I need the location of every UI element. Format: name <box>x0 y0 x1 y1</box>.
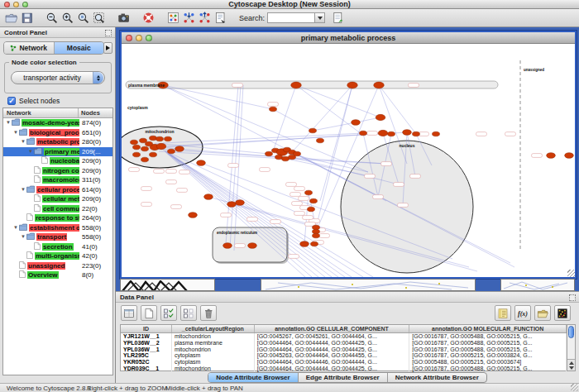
annotation-icon[interactable] <box>213 10 228 26</box>
zoom-fit-icon[interactable] <box>91 10 107 26</box>
table-column-header[interactable]: annotation.GO MOLECULAR_FUNCTION <box>409 325 567 332</box>
tree-column-nodes[interactable]: Nodes <box>79 108 112 117</box>
network-node[interactable] <box>374 82 385 88</box>
network-node[interactable] <box>403 130 412 136</box>
zoom-in-icon[interactable] <box>60 10 75 26</box>
network-view-zoom-button[interactable] <box>146 35 152 41</box>
tree-row[interactable]: ▼mosaic-demo-yeast874(0) <box>3 118 112 128</box>
network-node[interactable] <box>300 241 309 247</box>
search-input[interactable] <box>267 12 315 23</box>
disclosure-triangle-icon[interactable]: ▼ <box>21 185 26 194</box>
tab-mosaic[interactable]: Mosaic <box>55 42 104 54</box>
network-node[interactable] <box>547 153 556 159</box>
network-node[interactable] <box>141 146 149 151</box>
import-folder-icon[interactable] <box>534 305 551 321</box>
tab-overflow-button[interactable] <box>103 42 112 54</box>
disclosure-triangle-icon[interactable]: ▼ <box>21 232 26 241</box>
tree-row[interactable]: secretion41(0) <box>3 242 112 252</box>
tree-row[interactable]: cellular metabo209(0) <box>3 194 112 204</box>
table-row[interactable]: YPL036W__1mitochondrion[GO:0044464, GO:0… <box>121 347 567 353</box>
network-node[interactable] <box>317 138 324 143</box>
network-node[interactable] <box>189 213 198 218</box>
network-view-resize-grip[interactable] <box>567 270 575 277</box>
network-node[interactable] <box>294 151 301 156</box>
zoom-selected-icon[interactable] <box>75 10 91 26</box>
matrix-icon[interactable] <box>554 305 571 321</box>
tree-row[interactable]: nitrogen compo209(0) <box>3 166 112 176</box>
network-view-titlebar[interactable]: primary metabolic process <box>122 32 575 44</box>
float-panel-icon[interactable] <box>105 30 112 36</box>
network-node[interactable] <box>305 190 313 195</box>
network-node[interactable] <box>150 136 157 141</box>
tab-network[interactable]: Network <box>4 42 55 54</box>
table-row[interactable]: YLR295Ccytoplasm[GO:0045263, GO:0044464,… <box>121 352 567 359</box>
network-node[interactable] <box>131 140 138 145</box>
network-node[interactable] <box>291 82 302 88</box>
function-builder-icon[interactable]: f(x) <box>514 305 531 321</box>
tab-network-attribute-browser[interactable]: Network Attribute Browser <box>388 373 486 382</box>
notes-icon[interactable] <box>495 305 511 321</box>
disclosure-triangle-icon[interactable]: ▼ <box>6 118 12 127</box>
network-view-close-button[interactable] <box>126 35 132 41</box>
tree-row[interactable]: ▼establishment of lo558(0) <box>3 223 112 233</box>
network-node[interactable] <box>388 131 395 136</box>
table-column-header[interactable]: annotation.GO CELLULAR_COMPONENT <box>255 325 410 332</box>
table-row[interactable]: YJR121W__1mitochondrion[GO:0045267, GO:0… <box>121 333 567 340</box>
network-node[interactable] <box>413 131 420 136</box>
tree-row[interactable]: cell communicat22(0) <box>3 204 112 214</box>
import-network-icon[interactable] <box>181 10 197 26</box>
network-node[interactable] <box>141 157 149 162</box>
background-window-fragment[interactable] <box>120 279 215 291</box>
help-icon[interactable] <box>141 10 156 26</box>
network-node[interactable] <box>133 145 141 150</box>
unselect-all-attributes-icon[interactable] <box>180 305 197 321</box>
disclosure-triangle-icon[interactable]: ▼ <box>21 137 26 146</box>
network-node[interactable] <box>313 233 320 238</box>
background-window-fragment[interactable] <box>261 279 476 291</box>
disclosure-triangle-icon[interactable]: ▼ <box>28 147 34 156</box>
window-resize-grip[interactable] <box>571 384 578 391</box>
zoom-out-icon[interactable] <box>44 10 60 26</box>
new-attribute-icon[interactable] <box>141 305 157 321</box>
network-node[interactable] <box>156 136 164 141</box>
network-node[interactable] <box>282 156 290 161</box>
network-node[interactable] <box>352 120 361 126</box>
network-node[interactable] <box>310 198 318 203</box>
select-nodes-checkbox[interactable]: ✓ <box>7 97 16 105</box>
network-node[interactable] <box>204 194 213 200</box>
network-node[interactable] <box>227 202 237 208</box>
network-canvas[interactable]: plasma membranecytoplasmmitochondrionnuc… <box>122 44 575 277</box>
disclosure-triangle-icon[interactable]: ▼ <box>13 128 19 137</box>
tab-node-attribute-browser[interactable]: Node Attribute Browser <box>208 373 299 382</box>
network-node[interactable] <box>308 207 315 212</box>
network-node[interactable] <box>376 114 385 120</box>
network-node[interactable] <box>223 243 232 249</box>
network-node[interactable] <box>270 107 277 112</box>
float-panel-icon[interactable] <box>569 294 576 301</box>
open-folder-icon[interactable] <box>3 10 19 26</box>
tree-row[interactable]: unassigned223(0) <box>3 261 112 271</box>
save-icon[interactable] <box>19 10 35 26</box>
network-node[interactable] <box>165 136 172 141</box>
tree-row[interactable]: response to stimulu264(0) <box>3 213 112 223</box>
tab-edge-attribute-browser[interactable]: Edge Attribute Browser <box>299 373 388 382</box>
table-column-header[interactable]: ID <box>121 325 172 332</box>
compartment-plasma-membrane[interactable] <box>126 81 498 88</box>
network-node[interactable] <box>150 152 157 157</box>
layout-icon[interactable] <box>165 10 181 26</box>
network-node[interactable] <box>175 146 184 152</box>
network-node[interactable] <box>360 131 367 136</box>
network-node[interactable] <box>275 155 283 160</box>
search-dropdown-button[interactable] <box>315 12 325 23</box>
scrollbar-arrows[interactable] <box>567 359 575 370</box>
network-view-minimize-button[interactable] <box>136 35 142 41</box>
network-node[interactable] <box>168 149 175 154</box>
network-node[interactable] <box>433 131 440 136</box>
network-node[interactable] <box>311 241 318 246</box>
network-node[interactable] <box>565 153 574 159</box>
network-node[interactable] <box>347 82 358 88</box>
tree-row[interactable]: ▼primary metabo209(... <box>3 147 112 157</box>
export-network-icon[interactable] <box>197 10 213 26</box>
disclosure-triangle-icon[interactable]: ▼ <box>13 223 19 232</box>
table-column-header[interactable]: _cellularLayoutRegion <box>172 325 255 332</box>
